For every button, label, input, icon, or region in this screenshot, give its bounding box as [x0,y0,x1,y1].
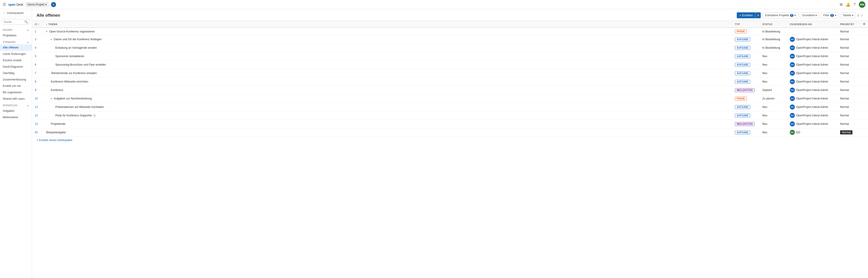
sidebar: ← Arbeitspakete 🔍 FAVORIT▲ProjektplanSTA… [0,9,32,278]
cell-status: Geplant [760,86,787,94]
table-row: 6Sponsoring-Broschüre und Flyer erstelle… [32,61,868,69]
cell-status: Neu [760,103,787,111]
type-badge: AUFGABE [735,63,750,67]
cell-type: AUFGABE [732,35,760,44]
work-package-link[interactable]: 12 [35,114,38,117]
sidebar-item-erstellt-von-mir[interactable]: Erstellt von mir [0,83,32,89]
cell-priority: Normal [837,111,860,120]
cell-priority: Normal [837,61,860,69]
assignee-cell: OAOpenProject Interal Admin [790,62,835,67]
sidebar-item-gantt-diagramm[interactable]: Gantt-Diagramm [0,64,32,70]
type-badge: PHASE [735,97,747,101]
type-badge: AUFGABE [735,46,750,50]
sidebar-item-meilensteine[interactable]: Meilensteine [0,114,32,121]
expand-icon[interactable]: ⤢ [861,13,863,17]
work-package-link[interactable]: 10 [35,97,38,100]
priority-text: Normal [840,130,853,134]
sidebar-item-mir-zugewiesen[interactable]: Mir zugewiesen [0,89,32,96]
create-button[interactable]: + Erstellen [737,12,755,18]
cell-id: 12 [32,111,43,120]
sidebar-item-letzte-aenderungen[interactable]: Letzte Änderungen [0,51,32,57]
cell-assignee: OAOpenProject Interal Admin [787,78,837,86]
work-package-link[interactable]: 40 [35,131,38,134]
work-package-link[interactable]: 3 [35,38,36,41]
priority-text: Normal [840,38,849,41]
cell-subject: Konferenz-Webseite einrichten [43,78,732,86]
cell-subject: ▾Open-Source-Konferenz organisieren [43,28,732,35]
sidebar-item-zusammenfassung[interactable]: Zusammenfassung [0,76,32,83]
filter-btn-tabelle[interactable]: Tabelle ▾ [840,12,856,18]
work-package-link[interactable]: 9 [35,89,36,92]
assignee-cell: OAOpenProject Interal Admin [790,37,835,42]
work-package-link[interactable]: 7 [35,71,36,75]
assignee-name: OpenProject Interal Admin [796,38,828,41]
grid-icon[interactable]: ⊞ [840,2,843,7]
col-header-priority[interactable]: PRIORITÄT [837,21,860,28]
sidebar-item-aufgaben[interactable]: Aufgaben [0,108,32,114]
work-package-link[interactable]: 4 [35,46,36,50]
sidebar-item-alle-offenen[interactable]: Alle offenen [0,44,32,51]
filter-btn-enthaltene-projekte[interactable]: Enthaltene Projekte 1 ▾ [763,12,798,18]
priority-text: Normal [840,46,849,50]
subject-text: Beispielaufgabe [46,131,66,134]
col-header-subject[interactable]: ↕ THEMA [43,21,732,28]
status-text: Neu [762,80,767,83]
sidebar-item-shared-with-users[interactable]: Shared with users [0,96,32,102]
sidebar-item-kuerzlich-erstellt[interactable]: Kürzlich erstellt [0,57,32,64]
work-package-link[interactable]: 13 [35,122,38,125]
collapse-icon[interactable]: ▾ [46,30,47,33]
collapse-icon[interactable]: ▾ [51,97,52,100]
subject-text: Einladung an Vortragende senden [55,46,97,50]
subject-text: Party für Konferenz-Supporter :-) [55,114,95,117]
add-button[interactable]: + [51,2,56,7]
create-dropdown-button[interactable]: ▾ [755,12,761,18]
cell-status: Neu [760,69,787,78]
cell-assignee: . [787,28,837,35]
cell-assignee: OAOpenProject Interal Admin [787,86,837,94]
user-avatar[interactable]: NW [859,1,865,8]
cell-subject: Konferenz [43,86,732,94]
col-header-id[interactable]: ID ↑ [32,21,43,28]
project-selector[interactable]: Demo-Projekt ▾ [25,2,49,7]
col-header-status[interactable]: STATUS [760,21,787,28]
work-package-link[interactable]: 8 [35,80,36,83]
create-plus-icon: + [740,14,741,17]
bell-icon[interactable]: 🔔 [846,2,850,7]
info-icon[interactable]: ℹ [858,13,859,17]
collapse-section-icon[interactable]: ▲ [27,41,29,43]
work-package-link[interactable]: 11 [35,105,38,109]
sidebar-item-projektplan[interactable]: Projektplan [0,32,32,39]
work-package-link[interactable]: 2 [35,30,36,33]
col-header-type[interactable]: TYP [732,21,760,28]
hamburger-icon[interactable]: ☰ [3,2,6,7]
logo-open: open [8,3,15,6]
collapse-section-icon[interactable]: ▲ [27,29,29,31]
collapse-icon[interactable]: ▾ [51,38,52,41]
sidebar-item-ueberfaellig[interactable]: Überfällig [0,70,32,76]
subject-text: Präsentationen auf Webseite hochladen [55,105,104,109]
status-text: In Bearbeitung [762,46,780,50]
work-package-link[interactable]: 6 [35,63,36,66]
status-text: Neu [762,71,767,75]
collapse-section-icon[interactable]: ▲ [27,104,29,107]
add-work-package-row[interactable]: + Erstelle neues Arbeitspaket [32,137,868,144]
avatar: OA [790,54,795,59]
filter-btn-filter[interactable]: Filter 1 ▾ [821,12,838,18]
search-input[interactable] [4,20,23,24]
sidebar-back[interactable]: ← Arbeitspakete [0,9,32,17]
table-row: 5Sponsoren kontaktierenAUFGABENeuOAOpenP… [32,52,868,61]
work-package-link[interactable]: 5 [35,55,36,58]
cell-row-settings [860,103,868,111]
cell-row-settings [860,61,868,69]
col-header-assignee[interactable]: ZUGEWIESEN AN [787,21,837,28]
filter-btn-grundlinie[interactable]: Grundlinie ▾ [800,12,819,18]
subject-text: Projektende [51,122,65,125]
help-icon[interactable]: ? [854,2,856,7]
sidebar-section-label-standard: STANDARD▲ [0,39,32,44]
col-header-settings[interactable]: ⚙ [860,21,868,28]
work-packages-table: ID ↑ ↕ THEMA TYP STATUS ZUGEWIESEN AN PR… [32,21,868,137]
cell-status: Neu [760,61,787,69]
cell-assignee: OAOpenProject Interal Admin [787,52,837,61]
assignee-name: OpenProject Interal Admin [796,97,828,100]
cell-row-settings [860,86,868,94]
